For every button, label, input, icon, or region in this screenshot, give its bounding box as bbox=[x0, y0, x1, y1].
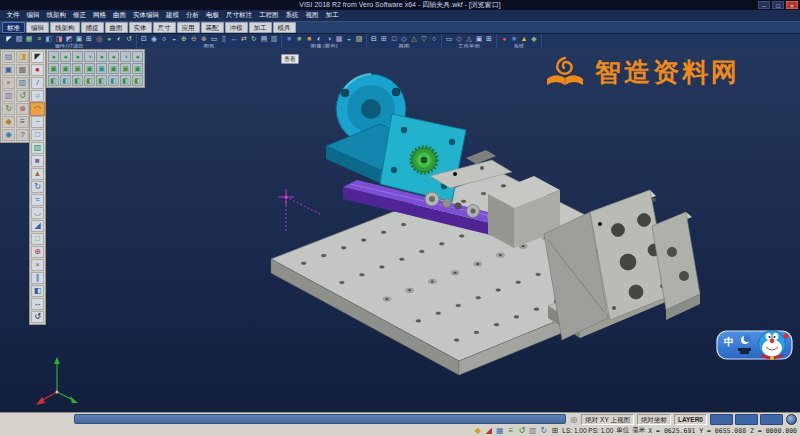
refresh-status-icon[interactable]: ↻ bbox=[539, 426, 548, 435]
print-icon[interactable]: ▦ bbox=[16, 64, 29, 76]
light-two-icon[interactable]: ▣ bbox=[120, 63, 131, 74]
shade-blue-icon[interactable]: ■ bbox=[285, 35, 293, 43]
shell-tool-icon[interactable]: □ bbox=[31, 233, 44, 245]
cut-icon[interactable]: × bbox=[2, 77, 15, 89]
active-layer-field[interactable]: LAYER0 bbox=[674, 414, 707, 425]
view-isometric-icon[interactable]: ● bbox=[48, 51, 59, 62]
wp-tri-icon[interactable]: △ bbox=[465, 35, 473, 43]
menu-item[interactable]: 文件 bbox=[3, 11, 23, 20]
shade-half-icon[interactable]: ◐ bbox=[315, 35, 323, 43]
menu-item[interactable]: 系统 bbox=[282, 11, 302, 20]
close-button[interactable]: × bbox=[786, 1, 798, 9]
wp-grid-icon[interactable]: ⊞ bbox=[485, 35, 493, 43]
layer-color-3-icon[interactable] bbox=[760, 414, 783, 425]
attributes-icon[interactable]: ▣ bbox=[75, 35, 83, 43]
half-shade-icon[interactable]: ◐ bbox=[115, 35, 123, 43]
toolbar-tab[interactable]: 模具 bbox=[273, 22, 296, 33]
properties-icon[interactable]: ⊞ bbox=[85, 35, 93, 43]
save-file-icon[interactable]: ▣ bbox=[2, 64, 15, 76]
transparency-icon[interactable]: ◒ bbox=[345, 35, 353, 43]
view-front-icon[interactable]: ● bbox=[72, 51, 83, 62]
toolbar-tab[interactable]: 线架构 bbox=[50, 22, 80, 33]
toolbar-tab[interactable]: 曲面 bbox=[105, 22, 128, 33]
view-plus-icon[interactable]: ⊞ bbox=[380, 35, 388, 43]
arc-tool-icon[interactable]: ◠ bbox=[31, 103, 44, 115]
sys-dot-icon[interactable]: ● bbox=[500, 35, 508, 43]
ortho-status-icon[interactable]: ◢ bbox=[484, 426, 493, 435]
menu-item[interactable]: 建模 bbox=[163, 11, 183, 20]
wp-square-icon[interactable]: ▣ bbox=[475, 35, 483, 43]
move-tool-icon[interactable]: ↔ bbox=[31, 298, 44, 310]
menu-item[interactable]: 实体编辑 bbox=[130, 11, 163, 20]
menu-item[interactable]: 网格 bbox=[90, 11, 110, 20]
view-iso-icon[interactable]: ◇ bbox=[400, 35, 408, 43]
sys-tri-icon[interactable]: ▲ bbox=[520, 35, 528, 43]
zoom-sel-icon[interactable]: ◒ bbox=[170, 35, 178, 43]
shade-orange-icon[interactable]: ■ bbox=[305, 35, 313, 43]
layer-color-2-icon[interactable] bbox=[735, 414, 758, 425]
undo-icon[interactable]: ↺ bbox=[16, 90, 29, 102]
view-top-icon[interactable]: ● bbox=[60, 51, 71, 62]
filter-all-icon[interactable]: ▦ bbox=[25, 35, 33, 43]
copy-icon[interactable]: ▥ bbox=[16, 77, 29, 89]
view-frame-icon[interactable]: □ bbox=[390, 35, 398, 43]
offset-tool-icon[interactable]: ∥ bbox=[31, 272, 44, 284]
rect-tool-icon[interactable]: □ bbox=[31, 129, 44, 141]
menu-item[interactable]: 工程图 bbox=[256, 11, 283, 20]
view-mode-field[interactable]: 绝对 XY 上视图 bbox=[581, 414, 634, 425]
toolbar-tab[interactable]: 编辑 bbox=[26, 22, 49, 33]
filter-left-icon[interactable]: ◧ bbox=[45, 35, 53, 43]
shade-hidden-icon[interactable]: ▣ bbox=[60, 63, 71, 74]
view-circle-icon[interactable]: ○ bbox=[430, 35, 438, 43]
view-left-icon[interactable]: ● bbox=[96, 51, 107, 62]
list-status-icon[interactable]: ▥ bbox=[528, 426, 537, 435]
render-two-icon[interactable]: ◧ bbox=[60, 75, 71, 86]
ime-toolbar[interactable]: 中 bbox=[716, 324, 796, 370]
background-three-icon[interactable]: ◧ bbox=[108, 75, 119, 86]
cad-model-canvas[interactable] bbox=[0, 48, 800, 412]
render-one-icon[interactable]: ◧ bbox=[48, 75, 59, 86]
sweep-tool-icon[interactable]: ≈ bbox=[31, 194, 44, 206]
grid-status-icon[interactable]: ▦ bbox=[495, 426, 504, 435]
coordinate-mode-field[interactable]: 绝对坐标 bbox=[637, 414, 671, 425]
fillet-tool-icon[interactable]: ◡ bbox=[31, 207, 44, 219]
menu-item[interactable]: 曲面 bbox=[110, 11, 130, 20]
menu-item[interactable]: 线架构 bbox=[43, 11, 70, 20]
pan-icon[interactable]: ▭ bbox=[210, 35, 218, 43]
background-two-icon[interactable]: ◧ bbox=[96, 75, 107, 86]
light-three-icon[interactable]: ▣ bbox=[132, 63, 143, 74]
wp-plane-icon[interactable]: ▭ bbox=[445, 35, 453, 43]
view-bottom-icon[interactable]: ◑ bbox=[120, 51, 131, 62]
toolbar-tab[interactable]: 装配 bbox=[201, 22, 224, 33]
view-trimetric-icon[interactable]: ● bbox=[132, 51, 143, 62]
ime-lang-indicator[interactable]: 中 bbox=[724, 336, 734, 347]
render-three-icon[interactable]: ◧ bbox=[72, 75, 83, 86]
help-icon[interactable]: ? bbox=[16, 129, 29, 141]
texture-icon[interactable]: ▩ bbox=[335, 35, 343, 43]
menu-item[interactable]: 加工 bbox=[322, 11, 342, 20]
trim-tool-icon[interactable]: × bbox=[31, 259, 44, 271]
snap-grid-icon[interactable]: ⊞ bbox=[550, 426, 559, 435]
grid-b-icon[interactable]: ▥ bbox=[270, 35, 278, 43]
boolean-tool-icon[interactable]: ⊕ bbox=[31, 246, 44, 258]
surface-tool-icon[interactable]: ▧ bbox=[31, 142, 44, 154]
mirror-tool-icon[interactable]: ◧ bbox=[31, 285, 44, 297]
toolbar-tab[interactable]: 尺寸 bbox=[153, 22, 176, 33]
point-tool-icon[interactable]: ● bbox=[31, 64, 44, 76]
annotation-status-icon[interactable]: ◆ bbox=[473, 426, 482, 435]
viewport-3d[interactable]: ▤◨▣▦×▥▧↺↻⊗◆≡◉? ◤●/○◠~□▧■▲↻≈◡◢□⊕×∥◧↔↺ ●●●… bbox=[0, 48, 800, 412]
menu-item[interactable]: 电极 bbox=[203, 11, 223, 20]
zoom-in-icon[interactable]: ⊕ bbox=[180, 35, 188, 43]
chamfer-tool-icon[interactable]: ◢ bbox=[31, 220, 44, 232]
light-one-icon[interactable]: ▣ bbox=[108, 63, 119, 74]
shade-smooth-icon[interactable]: ▣ bbox=[84, 63, 95, 74]
filter-corner-icon[interactable]: ◩ bbox=[65, 35, 73, 43]
circle-tool-icon[interactable]: ○ bbox=[31, 90, 44, 102]
sys-square-icon[interactable]: ■ bbox=[510, 35, 518, 43]
hatch-icon[interactable]: ▨ bbox=[355, 35, 363, 43]
redo-icon[interactable]: ↻ bbox=[2, 103, 15, 115]
view-right-icon[interactable]: ● bbox=[108, 51, 119, 62]
layer-status-icon[interactable]: ≡ bbox=[506, 426, 515, 435]
select-tool-icon[interactable]: ◤ bbox=[31, 51, 44, 63]
open-file-icon[interactable]: ◨ bbox=[16, 51, 29, 63]
